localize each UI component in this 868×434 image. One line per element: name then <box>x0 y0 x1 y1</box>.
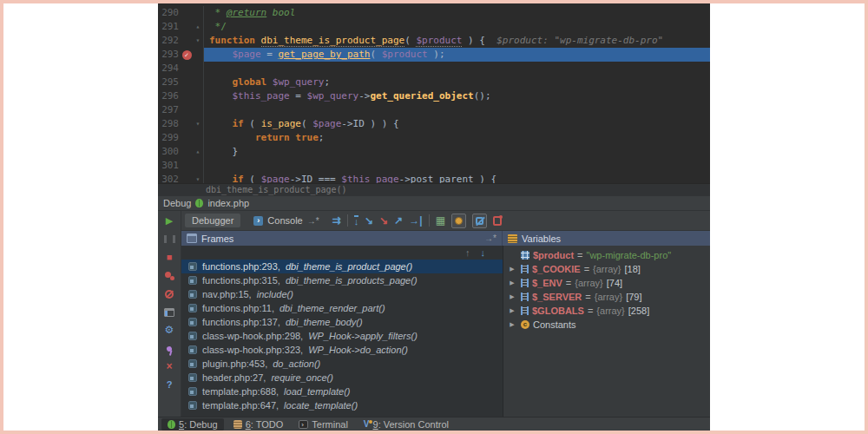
frame-row[interactable]: functions.php:137, dbi_theme_body() <box>181 315 503 329</box>
frame-row[interactable]: template.php:647, locate_template() <box>181 398 503 412</box>
code-area <box>204 103 710 117</box>
breakpoint-slot[interactable] <box>181 145 193 159</box>
variable-row[interactable]: $product = "wp-migrate-db-pro" <box>503 248 710 262</box>
expand-arrow[interactable]: ▶ <box>507 321 517 328</box>
statusbar-tab-todo[interactable]: 6: TODO <box>227 418 290 431</box>
debug-content: ↑ ↓ functions.php:293, dbi_theme_is_prod… <box>181 246 710 417</box>
tab-console[interactable]: › Console →* <box>247 214 326 227</box>
variable-row[interactable]: ▶cConstants <box>503 318 710 332</box>
breakpoints-settings-button[interactable] <box>493 216 502 226</box>
view-breakpoints-button[interactable] <box>164 271 174 281</box>
statusbar-tab-terminal[interactable]: ›Terminal <box>293 418 354 431</box>
expand-arrow[interactable]: ▶ <box>507 293 517 300</box>
expand-arrow[interactable]: ▶ <box>507 279 517 286</box>
breakpoint-icon[interactable]: ✓ <box>182 50 192 60</box>
frame-row[interactable]: class-wp-hook.php:323, WP_Hook->do_actio… <box>181 343 503 357</box>
fold-marker[interactable] <box>193 76 203 89</box>
breakpoint-slot[interactable] <box>181 131 193 145</box>
code-line: 301 <box>158 159 710 173</box>
evaluate-expression-button[interactable]: ▦ <box>436 214 445 227</box>
step-into-button[interactable]: ↘ <box>365 214 373 227</box>
frame-row[interactable]: header.php:27, require_once() <box>181 371 503 385</box>
vcs-icon: V <box>364 420 370 429</box>
frame-row[interactable]: functions.php:315, dbi_theme_is_products… <box>181 273 503 287</box>
code-area <box>204 159 710 173</box>
debug-file-label: index.php <box>207 198 249 208</box>
tab-debugger[interactable]: Debugger <box>185 214 240 227</box>
frame-row[interactable]: nav.php:15, include() <box>181 287 503 301</box>
fold-marker[interactable]: ▾ <box>193 173 203 183</box>
mute-breakpoints-toggle[interactable] <box>472 214 487 228</box>
gutter: 295 <box>158 76 204 89</box>
frame-row[interactable]: plugin.php:453, do_action() <box>181 357 503 371</box>
breakpoint-toggle-button[interactable] <box>451 214 466 228</box>
breakpoint-slot[interactable] <box>181 76 193 89</box>
breakpoint-slot[interactable] <box>181 173 193 183</box>
auto-scroll-icon[interactable]: →* <box>484 233 496 243</box>
breakpoint-slot[interactable] <box>181 117 193 131</box>
frame-row[interactable]: class-wp-hook.php:298, WP_Hook->apply_fi… <box>181 329 503 343</box>
fold-marker[interactable] <box>193 159 203 173</box>
frame-row[interactable]: template.php:688, load_template() <box>181 385 503 398</box>
fold-marker[interactable] <box>193 103 203 117</box>
variable-row[interactable]: ▶$_COOKIE = {array} [18] <box>503 262 710 276</box>
fold-marker[interactable] <box>193 62 203 76</box>
gutter: 299 <box>158 131 204 145</box>
frames-panel: ↑ ↓ functions.php:293, dbi_theme_is_prod… <box>181 246 503 417</box>
fold-marker[interactable] <box>193 48 203 62</box>
show-execution-point-button[interactable]: ⇉ <box>332 214 341 227</box>
expand-arrow[interactable]: ▶ <box>507 307 517 314</box>
gutter: 290 <box>158 6 204 20</box>
fold-marker[interactable] <box>193 89 203 103</box>
stack-frame-icon <box>188 276 197 285</box>
breakpoint-slot[interactable] <box>181 103 193 117</box>
variable-row[interactable]: ▶$GLOBALS = {array} [258] <box>503 304 710 318</box>
fold-marker[interactable]: ▴ <box>193 145 203 159</box>
step-over-button[interactable]: ↓ <box>354 215 359 226</box>
terminal-icon: › <box>299 420 308 429</box>
breakpoint-slot[interactable] <box>181 20 193 34</box>
breakpoint-slot[interactable] <box>181 89 193 103</box>
step-out-button[interactable]: ↗ <box>394 214 403 227</box>
resume-button[interactable]: ▶ <box>163 215 175 227</box>
fold-marker[interactable] <box>193 6 203 20</box>
close-icon[interactable]: × <box>163 361 175 372</box>
breakpoint-slot[interactable] <box>181 62 193 76</box>
code-text: function dbi_theme_is_product_page( $pro… <box>204 35 663 46</box>
frame-row[interactable]: functions.php:11, dbi_theme_render_part(… <box>181 301 503 315</box>
stop-button[interactable]: ■ <box>163 252 175 263</box>
force-step-into-button[interactable]: ↘ <box>379 214 388 227</box>
variable-name: Constants <box>533 319 576 330</box>
restore-layout-button[interactable] <box>164 308 174 317</box>
run-to-cursor-button[interactable]: →| <box>409 214 422 227</box>
fold-marker[interactable]: ▾ <box>193 34 203 48</box>
pin-icon[interactable] <box>166 345 173 352</box>
next-frame-icon[interactable]: ↓ <box>481 247 486 258</box>
variable-row[interactable]: ▶$_ENV = {array} [74] <box>503 276 710 290</box>
array-icon <box>521 293 529 301</box>
fold-marker[interactable] <box>193 131 203 145</box>
breakpoint-slot[interactable] <box>181 159 193 173</box>
variable-row[interactable]: ▶$_SERVER = {array} [79] <box>503 290 710 304</box>
pause-button[interactable] <box>164 235 175 243</box>
previous-frame-icon[interactable]: ↑ <box>465 247 470 258</box>
expand-arrow[interactable]: ▶ <box>507 266 517 273</box>
breakpoint-slot[interactable]: ✓ <box>181 48 193 62</box>
line-number: 292 <box>158 34 181 48</box>
settings-button[interactable]: ⚙ <box>163 325 175 336</box>
code-editor[interactable]: 290 * @return bool291▴ */292▾function db… <box>158 3 710 183</box>
breakpoint-slot[interactable] <box>181 34 193 48</box>
mute-breakpoints-button[interactable] <box>165 290 174 299</box>
fold-marker[interactable]: ▴ <box>193 20 203 34</box>
statusbar-tab-debug[interactable]: 5: Debug <box>161 418 224 431</box>
debug-title-label: Debug <box>163 198 191 208</box>
breakpoint-slot[interactable] <box>181 6 193 20</box>
frame-location: template.php:688, <box>202 386 279 397</box>
variable-value: "wp-migrate-db-pro" <box>587 250 672 260</box>
code-area: } <box>204 145 710 159</box>
code-line: 291▴ */ <box>158 20 710 34</box>
statusbar-tab-version-control[interactable]: V9: Version Control <box>358 418 455 431</box>
fold-marker[interactable]: ▾ <box>193 117 203 131</box>
help-icon[interactable]: ? <box>163 379 175 391</box>
frame-row[interactable]: functions.php:293, dbi_theme_is_product_… <box>181 260 503 273</box>
